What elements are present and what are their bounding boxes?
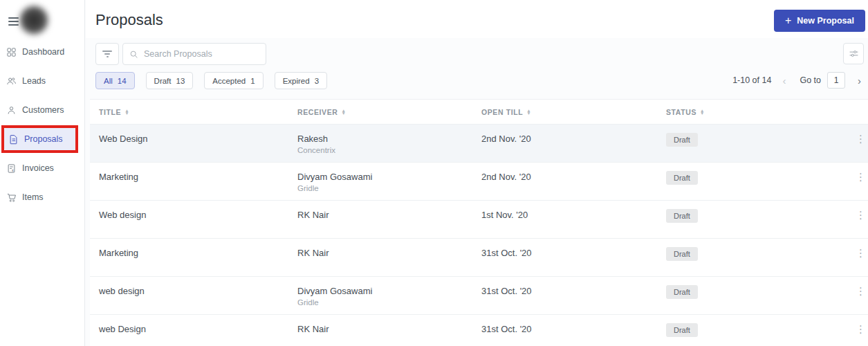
previous-page-icon[interactable]: ‹ (782, 75, 786, 86)
table-row[interactable]: Marketing RK Nair 31st Oct. '20 Draft ⋮ (90, 238, 868, 276)
chip-draft[interactable]: Draft13 (146, 72, 194, 89)
main-content: Proposals + New Proposal All14 Draft13 (86, 0, 868, 346)
page-number-input[interactable] (827, 72, 845, 89)
row-actions-menu-icon[interactable]: ⋮ (844, 277, 868, 296)
sort-icon: ▲▼ (526, 109, 531, 114)
row-actions-menu-icon[interactable]: ⋮ (844, 125, 868, 144)
status-badge: Draft (666, 323, 698, 337)
table-row[interactable]: web Design RK Nair 31st Oct. '20 Draft ⋮ (90, 314, 868, 346)
pagination-range: 1-10 of 14 (732, 75, 771, 85)
goto-label: Go to (800, 75, 821, 85)
sidebar-item-label: Customers (22, 105, 64, 115)
cell-receiver: RK Nair (288, 239, 472, 260)
new-proposal-button[interactable]: + New Proposal (774, 10, 865, 32)
sidebar-item-label: Proposals (24, 134, 63, 144)
sort-icon: ▲▼ (700, 109, 705, 114)
table-row[interactable]: Marketing Divyam Gosawami Gridle 2nd Nov… (90, 162, 868, 200)
chip-expired[interactable]: Expired3 (275, 72, 327, 89)
cell-open-till: 31st Oct. '20 (472, 315, 657, 334)
row-actions-menu-icon[interactable]: ⋮ (844, 239, 868, 258)
row-actions-menu-icon[interactable]: ⋮ (844, 201, 868, 220)
row-actions-menu-icon[interactable]: ⋮ (844, 163, 868, 182)
cell-receiver: Divyam Gosawami Gridle (288, 277, 472, 307)
page-header (86, 0, 868, 38)
row-actions-menu-icon[interactable]: ⋮ (844, 315, 868, 334)
cell-receiver: Divyam Gosawami Gridle (288, 163, 472, 192)
dashboard-icon (6, 47, 17, 57)
sidebar-item-proposals[interactable]: Proposals (4, 128, 76, 150)
sidebar-item-invoices[interactable]: $ Invoices (0, 158, 85, 179)
svg-text:$: $ (12, 168, 14, 172)
sidebar-item-items[interactable]: Items (0, 187, 85, 208)
receiver-org: Gridle (297, 298, 472, 307)
cell-open-till: 1st Nov. '20 (472, 201, 657, 220)
cell-title: Web design (90, 201, 288, 220)
status-badge: Draft (666, 133, 698, 147)
status-badge: Draft (666, 247, 698, 261)
cell-receiver: RK Nair (288, 315, 472, 336)
cell-open-till: 2nd Nov. '20 (472, 163, 657, 182)
filter-button[interactable] (95, 43, 119, 65)
sidebar-item-label: Invoices (22, 163, 54, 173)
proposals-table: TITLE ▲▼ RECEIVER ▲▼ OPEN TILL ▲▼ STATUS… (90, 99, 868, 346)
sidebar-item-label: Leads (22, 76, 46, 86)
column-header-open-till[interactable]: OPEN TILL ▲▼ (472, 108, 657, 116)
cell-open-till: 2nd Nov. '20 (472, 125, 657, 144)
cell-status: Draft (657, 277, 782, 299)
invoices-icon: $ (6, 163, 17, 174)
column-header-receiver[interactable]: RECEIVER ▲▼ (288, 108, 472, 116)
leads-icon (6, 76, 17, 86)
search-input[interactable] (144, 49, 259, 59)
sidebar-item-leads[interactable]: Leads (0, 71, 85, 91)
cell-status: Draft (657, 125, 782, 147)
cell-title: web design (90, 277, 288, 296)
cell-title: Web Design (90, 125, 288, 144)
column-header-status[interactable]: STATUS ▲▼ (657, 108, 782, 116)
cell-status: Draft (657, 315, 782, 337)
cell-receiver: Rakesh Concentrix (288, 125, 472, 154)
proposals-icon (8, 134, 19, 145)
cell-title: web Design (90, 315, 288, 334)
column-settings-button[interactable] (843, 43, 864, 64)
cell-open-till: 31st Oct. '20 (472, 239, 657, 258)
cell-title: Marketing (90, 239, 288, 258)
proposals-page: Dashboard Leads Customers Proposals $ In… (0, 0, 868, 346)
table-row[interactable]: Web design RK Nair 1st Nov. '20 Draft ⋮ (90, 200, 868, 238)
cart-icon (6, 192, 17, 203)
chip-accepted[interactable]: Accepted1 (204, 72, 263, 89)
filter-chips: All14 Draft13 Accepted1 Expired3 (95, 72, 327, 89)
sidebar-item-customers[interactable]: Customers (0, 100, 85, 120)
cell-status: Draft (657, 239, 782, 261)
sort-icon: ▲▼ (341, 109, 346, 114)
cell-receiver: RK Nair (288, 201, 472, 222)
column-header-title[interactable]: TITLE ▲▼ (90, 108, 288, 116)
sort-icon: ▲▼ (124, 109, 129, 114)
funnel-icon (102, 51, 112, 52)
cell-status: Draft (657, 163, 782, 185)
plus-icon: + (785, 15, 791, 26)
status-badge: Draft (666, 209, 698, 223)
search-icon (129, 50, 138, 59)
sliders-icon (849, 49, 859, 58)
sidebar-item-label: Items (22, 192, 44, 202)
hamburger-menu-icon[interactable] (8, 17, 19, 26)
app-logo (19, 5, 49, 35)
sidebar-item-dashboard[interactable]: Dashboard (0, 42, 85, 62)
sidebar-item-label: Dashboard (22, 47, 64, 57)
search-box (122, 43, 266, 65)
table-row[interactable]: web design Divyam Gosawami Gridle 31st O… (90, 276, 868, 314)
page-title: Proposals (95, 11, 163, 29)
receiver-org: Gridle (297, 184, 472, 192)
next-page-icon[interactable]: › (858, 75, 861, 86)
cell-status: Draft (657, 201, 782, 223)
receiver-org: Concentrix (297, 146, 472, 154)
cell-title: Marketing (90, 163, 288, 182)
table-row[interactable]: Web Design Rakesh Concentrix 2nd Nov. '2… (90, 124, 868, 162)
table-header-row: TITLE ▲▼ RECEIVER ▲▼ OPEN TILL ▲▼ STATUS… (90, 100, 868, 124)
status-badge: Draft (666, 171, 698, 185)
pagination: 1-10 of 14 ‹ Go to › (732, 71, 861, 89)
customers-icon (6, 105, 17, 116)
chip-all[interactable]: All14 (95, 72, 135, 89)
status-badge: Draft (666, 285, 698, 299)
sidebar: Dashboard Leads Customers Proposals $ In… (0, 0, 85, 346)
